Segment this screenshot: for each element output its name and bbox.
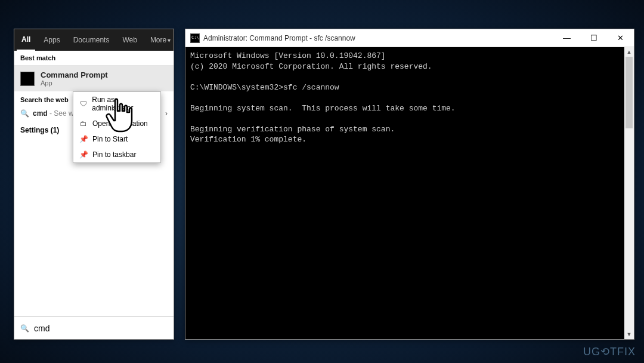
scroll-up-button[interactable]: ▲	[624, 47, 634, 57]
ctx-pin-start-label: Pin to Start	[92, 135, 128, 143]
start-search-panel: All Apps Documents Web More ▾ Best match…	[14, 29, 174, 340]
command-prompt-icon	[20, 72, 35, 86]
tab-more[interactable]: More ▾	[145, 29, 175, 51]
pin-icon: 📌	[79, 135, 88, 143]
ctx-open-location-label: Open file location	[92, 119, 148, 128]
scroll-down-button[interactable]: ▼	[624, 330, 634, 339]
search-icon: 🔍	[20, 324, 29, 333]
shield-icon: 🛡	[79, 100, 87, 108]
chevron-down-icon: ▾	[168, 37, 171, 44]
search-panel-filler	[14, 139, 174, 316]
tab-web[interactable]: Web	[117, 29, 141, 51]
pin-icon: 📌	[79, 150, 88, 159]
result-title: Command Prompt	[41, 70, 108, 79]
tab-all[interactable]: All	[17, 29, 35, 51]
maximize-button[interactable]: ☐	[580, 29, 607, 47]
folder-icon: 🗀	[79, 119, 88, 128]
watermark: UG⟲TFIX	[583, 345, 636, 358]
scroll-track[interactable]	[624, 57, 634, 330]
tab-documents[interactable]: Documents	[69, 29, 114, 51]
window-controls: ― ☐ ✕	[553, 29, 634, 47]
ctx-run-as-admin[interactable]: 🛡 Run as administrator	[73, 92, 160, 116]
minimize-button[interactable]: ―	[553, 29, 580, 47]
result-command-prompt[interactable]: Command Prompt App	[14, 66, 174, 91]
context-menu: 🛡 Run as administrator 🗀 Open file locat…	[73, 91, 161, 163]
window-title: Administrator: Command Prompt - sfc /sca…	[203, 34, 553, 42]
search-input-row: 🔍	[14, 316, 174, 339]
terminal-output[interactable]: Microsoft Windows [Version 10.0.19042.86…	[185, 47, 624, 339]
result-text: Command Prompt App	[41, 70, 108, 87]
tab-more-label: More	[150, 36, 166, 44]
tab-apps[interactable]: Apps	[39, 29, 64, 51]
ctx-pin-taskbar-label: Pin to taskbar	[92, 150, 136, 159]
result-subtitle: App	[41, 79, 108, 87]
command-prompt-icon	[190, 33, 200, 43]
vertical-scrollbar[interactable]: ▲ ▼	[624, 47, 634, 339]
ctx-open-file-location[interactable]: 🗀 Open file location	[73, 116, 160, 131]
search-input[interactable]	[34, 324, 168, 333]
titlebar[interactable]: Administrator: Command Prompt - sfc /sca…	[185, 29, 634, 47]
ctx-pin-to-taskbar[interactable]: 📌 Pin to taskbar	[73, 147, 160, 162]
terminal-wrap: Microsoft Windows [Version 10.0.19042.86…	[185, 47, 634, 339]
scroll-thumb[interactable]	[626, 57, 633, 128]
search-web-term: cmd	[33, 109, 48, 118]
command-prompt-window: Administrator: Command Prompt - sfc /sca…	[185, 29, 634, 340]
best-match-header: Best match	[14, 51, 174, 66]
search-tabs: All Apps Documents Web More ▾	[14, 29, 174, 51]
ctx-run-as-admin-label: Run as administrator	[92, 96, 154, 112]
ctx-pin-to-start[interactable]: 📌 Pin to Start	[73, 131, 160, 147]
close-button[interactable]: ✕	[607, 29, 634, 47]
search-icon: 🔍	[20, 109, 29, 118]
chevron-right-icon: ›	[165, 109, 168, 118]
